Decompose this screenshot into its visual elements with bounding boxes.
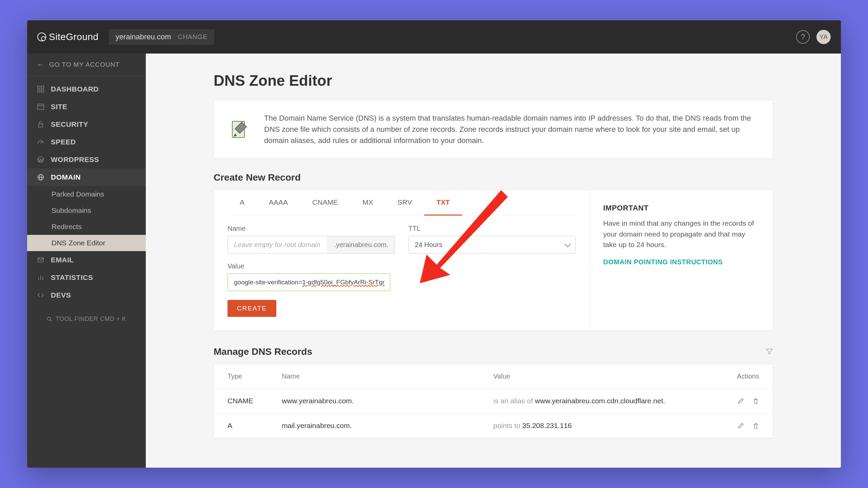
delete-icon[interactable] — [752, 422, 759, 429]
svg-rect-3 — [41, 90, 44, 92]
avatar[interactable]: YA — [816, 30, 831, 44]
row-name: mail.yerainabreu.com. — [282, 422, 493, 430]
ttl-label: TTL — [409, 225, 576, 232]
svg-line-7 — [41, 141, 42, 143]
tab-cname[interactable]: CNAME — [300, 190, 350, 216]
col-type: Type — [228, 372, 282, 380]
create-record-card: A AAAA CNAME MX SRV TXT Name — [214, 190, 773, 331]
row-value: is an alias of www.yerainabreu.com.cdn.c… — [493, 397, 705, 405]
sidebar-item-speed[interactable]: SPEED — [27, 133, 146, 151]
sidebar-item-statistics[interactable]: STATISTICS — [27, 269, 146, 286]
sidebar-item-domain[interactable]: DOMAIN — [27, 168, 146, 186]
logo-text: SiteGround — [49, 32, 99, 42]
name-input[interactable] — [228, 236, 328, 253]
important-text: Have in mind that any changes in the rec… — [603, 218, 759, 250]
col-actions: Actions — [705, 372, 759, 380]
svg-rect-6 — [39, 124, 43, 127]
edit-icon[interactable] — [737, 422, 744, 429]
sidebar-item-label: SPEED — [51, 138, 76, 146]
mail-icon — [37, 256, 45, 264]
create-heading: Create New Record — [214, 172, 773, 183]
sidebar-item-label: DASHBOARD — [51, 85, 99, 93]
name-suffix: .yerainabreu.com. — [328, 236, 394, 253]
value-label: Value — [228, 262, 390, 270]
tab-aaaa[interactable]: AAAA — [257, 190, 300, 216]
document-edit-icon — [229, 119, 251, 140]
row-type: A — [228, 422, 282, 430]
gauge-icon — [37, 138, 45, 146]
sidebar-item-label: EMAIL — [51, 256, 74, 264]
main-content: DNS Zone Editor The Domain Name Service … — [146, 54, 841, 468]
tool-finder[interactable]: TOOL FINDER CMD + K — [27, 311, 146, 327]
sidebar-item-label: SITE — [51, 103, 67, 111]
row-name: www.yerainabreu.com. — [282, 397, 493, 405]
sidebar-item-label: STATISTICS — [51, 273, 93, 282]
svg-rect-4 — [38, 104, 44, 109]
globe-icon — [37, 173, 45, 181]
row-value: points to 35.208.231.116 — [493, 422, 705, 430]
logo-icon — [37, 33, 46, 41]
table-row: A mail.yerainabreu.com. points to 35.208… — [214, 413, 773, 438]
svg-rect-0 — [38, 86, 40, 88]
tab-a[interactable]: A — [228, 190, 257, 216]
sidebar-item-security[interactable]: SECURITY — [27, 116, 146, 133]
sidebar-item-wordpress[interactable]: WORDPRESS — [27, 151, 146, 168]
intro-text: The Domain Name Service (DNS) is a syste… — [264, 113, 758, 146]
go-to-account-label: GO TO MY ACCOUNT — [49, 61, 120, 68]
col-name: Name — [282, 372, 493, 380]
lock-icon — [37, 120, 45, 128]
domain-selector[interactable]: yerainabreu.com CHANGE — [109, 29, 214, 45]
table-row: CNAME www.yerainabreu.com. is an alias o… — [214, 389, 773, 413]
logo[interactable]: SiteGround — [37, 32, 99, 42]
svg-rect-2 — [38, 90, 40, 92]
arrow-left-icon: ← — [37, 60, 44, 69]
ttl-select[interactable]: 24 Hours — [409, 236, 576, 253]
wordpress-icon — [37, 156, 45, 164]
sidebar-sub-subdomains[interactable]: Subdomains — [27, 202, 146, 219]
sidebar: ← GO TO MY ACCOUNT DASHBOARD SITE SECURI… — [27, 54, 146, 468]
sidebar-sub-dns-zone-editor[interactable]: DNS Zone Editor — [27, 235, 146, 251]
important-title: IMPORTANT — [603, 204, 759, 212]
sidebar-item-label: SECURITY — [51, 120, 88, 128]
sidebar-item-label: WORDPRESS — [51, 156, 99, 164]
svg-line-17 — [50, 320, 52, 321]
svg-point-16 — [47, 317, 51, 320]
domain-pointing-link[interactable]: DOMAIN POINTING INSTRUCTIONS — [603, 258, 723, 266]
table-header: Type Name Value Actions — [214, 364, 773, 389]
delete-icon[interactable] — [752, 398, 759, 404]
important-panel: IMPORTANT Have in mind that any changes … — [590, 190, 773, 330]
sidebar-item-label: DOMAIN — [51, 173, 81, 181]
tab-txt[interactable]: TXT — [424, 190, 462, 216]
filter-icon[interactable] — [766, 348, 773, 355]
window-icon — [37, 103, 45, 111]
page-title: DNS Zone Editor — [214, 72, 773, 89]
current-domain: yerainabreu.com — [116, 33, 171, 41]
change-domain-label: CHANGE — [178, 33, 208, 41]
sidebar-sub-parked-domains[interactable]: Parked Domains — [27, 186, 146, 202]
create-button[interactable]: CREATE — [228, 300, 276, 317]
tool-finder-label: TOOL FINDER CMD + K — [56, 316, 126, 323]
col-value: Value — [493, 372, 705, 380]
record-type-tabs: A AAAA CNAME MX SRV TXT — [228, 190, 576, 216]
manage-heading: Manage DNS Records — [214, 346, 312, 357]
help-icon[interactable]: ? — [796, 30, 810, 44]
sidebar-item-email[interactable]: EMAIL — [27, 251, 146, 269]
sidebar-item-devs[interactable]: DEVS — [27, 286, 146, 304]
intro-card: The Domain Name Service (DNS) is a syste… — [214, 100, 773, 159]
sidebar-sub-redirects[interactable]: Redirects — [27, 219, 146, 235]
ttl-value: 24 Hours — [415, 241, 442, 249]
tab-srv[interactable]: SRV — [385, 190, 424, 216]
topbar: SiteGround yerainabreu.com CHANGE ? YA — [27, 20, 841, 54]
svg-rect-1 — [41, 86, 44, 88]
value-input[interactable]: google-site-verification=1-gdfg50oi_FGbf… — [228, 273, 390, 291]
sidebar-item-site[interactable]: SITE — [27, 98, 146, 116]
edit-icon[interactable] — [737, 398, 744, 404]
chart-icon — [37, 273, 45, 282]
sidebar-item-dashboard[interactable]: DASHBOARD — [27, 80, 146, 98]
search-icon — [47, 317, 52, 322]
dns-records-table: Type Name Value Actions CNAME www.yerain… — [214, 364, 773, 439]
tab-mx[interactable]: MX — [350, 190, 386, 216]
name-label: Name — [228, 225, 395, 232]
go-to-account[interactable]: ← GO TO MY ACCOUNT — [27, 54, 146, 76]
sidebar-item-label: DEVS — [51, 291, 71, 299]
